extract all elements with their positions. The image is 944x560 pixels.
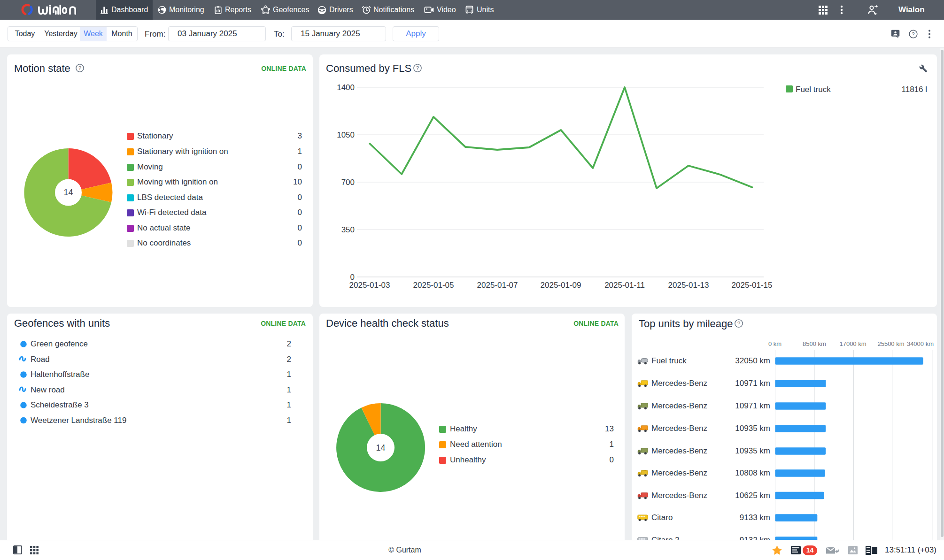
svg-text:2025-01-11: 2025-01-11 (604, 281, 645, 290)
svg-text:17000 km: 17000 km (839, 340, 866, 347)
svg-text:350: 350 (341, 225, 355, 234)
svg-text:11816 l: 11816 l (901, 85, 927, 94)
svg-text:2025-01-03: 2025-01-03 (349, 281, 390, 290)
svg-text:2025-01-09: 2025-01-09 (541, 281, 581, 290)
svg-text:1400: 1400 (337, 83, 355, 92)
svg-text:25500 km: 25500 km (877, 340, 904, 347)
svg-text:2025-01-05: 2025-01-05 (413, 281, 454, 290)
svg-text:1050: 1050 (337, 130, 355, 139)
svg-text:2025-01-07: 2025-01-07 (477, 281, 518, 290)
svg-text:2025-01-15: 2025-01-15 (732, 281, 773, 290)
svg-text:14: 14 (376, 443, 385, 453)
svg-text:2025-01-13: 2025-01-13 (668, 281, 709, 290)
svg-text:?: ? (912, 31, 914, 37)
svg-text:34000 km: 34000 km (907, 340, 934, 347)
svg-text:700: 700 (341, 178, 355, 187)
svg-text:0 km: 0 km (768, 340, 782, 347)
svg-text:Fuel truck: Fuel truck (796, 85, 831, 94)
svg-text:14: 14 (63, 188, 73, 197)
svg-text:8500 km: 8500 km (803, 340, 826, 347)
